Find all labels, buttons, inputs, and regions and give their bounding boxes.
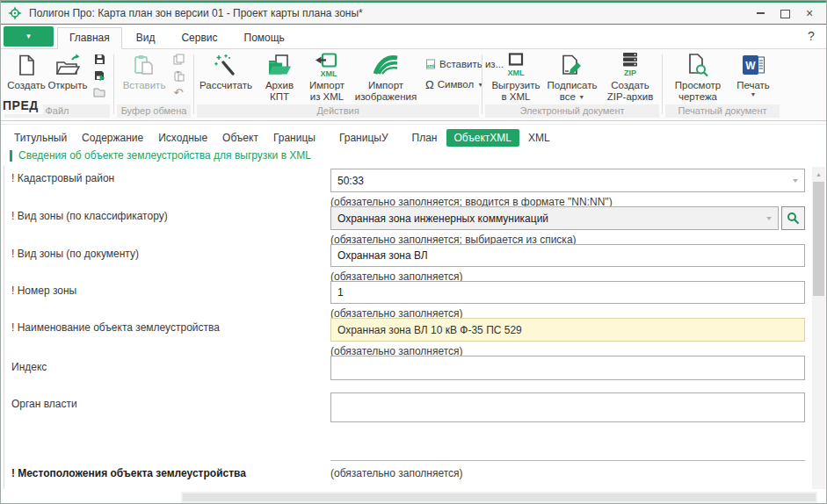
import-xml-button-label: Импорт из XML xyxy=(304,80,350,103)
field-label-object-location: ! Местоположения объекта землеустройства xyxy=(11,467,319,479)
undo-icon[interactable]: ↶ xyxy=(174,86,184,98)
authority-input[interactable] xyxy=(330,392,805,422)
import-image-button[interactable]: Импорт изображения xyxy=(353,51,418,103)
title-bar: Полигон Про: Карта план зон версии 01 - … xyxy=(1,1,826,25)
zone-type-document-input[interactable] xyxy=(330,244,805,267)
open-small-icon[interactable] xyxy=(93,86,105,98)
tab-pomosch[interactable]: Помощь xyxy=(232,27,297,48)
app-menu-button[interactable]: ▼ xyxy=(4,26,54,47)
preview-drawing-button-label: Просмотр чертежа xyxy=(671,80,725,103)
archive-folder-icon xyxy=(267,51,292,79)
ribbon-separator xyxy=(662,54,663,114)
save-as-icon[interactable] xyxy=(94,69,105,82)
doc-tab-xml[interactable]: XML xyxy=(522,129,556,147)
vertical-scrollbar[interactable]: ▲ xyxy=(812,167,825,489)
minimize-button[interactable] xyxy=(751,5,770,21)
ribbon-separator xyxy=(113,54,114,114)
chevron-down-icon: ▼ xyxy=(25,32,33,40)
vertical-scrollbar-thumb[interactable] xyxy=(813,182,824,296)
index-input[interactable] xyxy=(330,356,805,380)
cadastral-district-combo[interactable]: 50:33 xyxy=(330,169,805,192)
export-xml-button-label: Выгрузить в XML xyxy=(490,80,541,103)
scroll-up-icon[interactable]: ▲ xyxy=(812,169,825,180)
ribbon-group-clipboard: Вставить ↶ Буфер обм xyxy=(115,49,192,119)
calculate-button[interactable]: Рассчитать xyxy=(199,51,253,91)
open-button-label: Открыть xyxy=(47,80,87,91)
maximize-icon xyxy=(780,10,790,18)
app-logo-icon xyxy=(8,6,22,20)
chevron-down-icon: ▼ xyxy=(751,91,757,97)
classifier-search-button[interactable] xyxy=(781,206,805,230)
horizontal-scrollbar[interactable] xyxy=(181,492,817,503)
symbol-label: Символ xyxy=(438,79,474,90)
archive-kpt-button-label: Архив КПТ xyxy=(258,80,301,103)
section-title: Сведения об объекте землеустройства для … xyxy=(18,149,311,162)
field-separator xyxy=(330,460,805,461)
file-small-buttons xyxy=(91,53,108,98)
close-button[interactable]: × xyxy=(800,5,819,21)
calculate-button-label: Рассчитать xyxy=(199,80,252,91)
print-button[interactable]: W Печать ▼ xyxy=(734,51,773,97)
archive-kpt-button[interactable]: Архив КПТ xyxy=(258,51,301,103)
cadastral-district-value: 50:33 xyxy=(337,175,364,187)
create-zip-button-label: Создать ZIP-архив xyxy=(603,80,657,103)
section-accent-bar xyxy=(10,150,12,162)
zone-type-classifier-value: Охранная зона инженерных коммуникаций xyxy=(337,212,548,225)
open-folder-icon xyxy=(55,51,80,79)
svg-text:W: W xyxy=(745,60,756,72)
symbol-button[interactable]: Ω Символ ▼ xyxy=(425,76,483,92)
object-name-input[interactable] xyxy=(330,318,805,342)
minimize-icon xyxy=(757,12,765,14)
tab-servis[interactable]: Сервис xyxy=(169,27,229,48)
tab-glavnaya[interactable]: Главная xyxy=(57,27,122,49)
ribbon-tabs: Главная Вид Сервис Помощь xyxy=(57,27,299,48)
field-label-authority: Орган власти xyxy=(11,398,319,410)
doc-tab-plan[interactable]: План xyxy=(406,129,444,147)
import-xml-button[interactable]: XML Импорт из XML xyxy=(304,51,350,103)
field-label-zone-type-classifier: ! Вид зоны (по классификатору) xyxy=(11,210,319,222)
copy-icon[interactable] xyxy=(173,53,185,65)
help-button[interactable]: ? xyxy=(803,28,819,44)
paste-button-label: Вставить xyxy=(123,80,166,91)
maximize-button[interactable] xyxy=(775,5,794,21)
ribbon-separator xyxy=(193,54,194,114)
sign-all-button[interactable]: Подписать все ▼ xyxy=(547,51,598,103)
clipboard-small-buttons: ↶ xyxy=(170,53,187,98)
xml-file-small-icon: xml xyxy=(425,59,436,69)
doc-tab-obekt[interactable]: Объект xyxy=(216,129,265,147)
panel-left-border xyxy=(4,166,4,489)
doc-tab-ishodnye[interactable]: Исходные xyxy=(152,129,214,147)
doc-tab-obektxml[interactable]: ОбъектXML xyxy=(446,129,520,147)
paste-special-icon[interactable] xyxy=(173,69,185,82)
chevron-down-icon[interactable] xyxy=(793,179,798,183)
doc-tab-granitsyu[interactable]: ГраницыУ xyxy=(333,129,395,147)
export-xml-icon: XML xyxy=(504,51,527,79)
print-button-label: Печать xyxy=(736,80,770,91)
ribbon-group-edocument: XML Выгрузить в XML Подписать все ▼ xyxy=(483,49,661,119)
horizontal-scrollbar-thumb[interactable] xyxy=(183,493,816,501)
save-icon[interactable] xyxy=(94,53,105,65)
group-label-clipboard: Буфер обмена xyxy=(117,104,191,118)
create-button-label: Создать xyxy=(7,80,46,91)
create-button[interactable]: Создать xyxy=(6,51,47,91)
paste-icon xyxy=(133,51,156,79)
zone-type-classifier-combo[interactable]: Охранная зона инженерных коммуникаций xyxy=(330,206,779,230)
open-button[interactable]: Открыть xyxy=(47,51,89,91)
field-label-zone-type-document: ! Вид зоны (по документу) xyxy=(11,248,319,260)
preview-drawing-button[interactable]: Просмотр чертежа xyxy=(671,51,725,103)
chevron-down-icon[interactable] xyxy=(766,217,772,220)
section-header: Сведения об объекте землеустройства для … xyxy=(10,149,311,162)
doc-tab-titulny[interactable]: Титульный xyxy=(8,129,73,147)
doc-tab-granitsy[interactable]: Границы xyxy=(267,129,322,147)
search-icon xyxy=(787,212,800,225)
zone-number-input[interactable] xyxy=(330,281,805,304)
svg-text:XML: XML xyxy=(321,69,338,78)
paste-button[interactable]: Вставить xyxy=(120,51,168,91)
magic-wand-icon xyxy=(214,51,237,79)
word-icon: W xyxy=(742,51,765,79)
create-zip-button[interactable]: ZIP Создать ZIP-архив xyxy=(603,51,657,103)
export-xml-button[interactable]: XML Выгрузить в XML xyxy=(490,51,541,103)
doc-tab-soderzhanie[interactable]: Содержание xyxy=(76,129,149,147)
tab-vid[interactable]: Вид xyxy=(124,27,168,48)
import-xml-icon: XML xyxy=(314,51,340,79)
